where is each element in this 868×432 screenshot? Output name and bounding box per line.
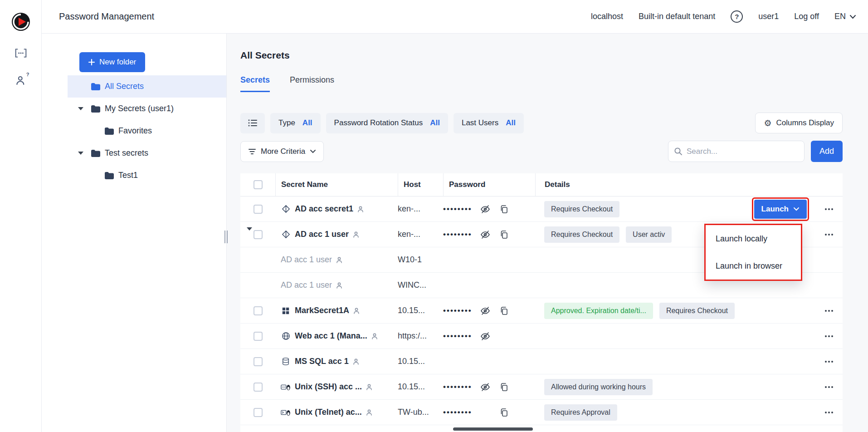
logoff-button[interactable]: Log off	[794, 12, 819, 21]
row-checkbox[interactable]	[254, 306, 263, 315]
tab-bar: Secrets Permissions	[240, 75, 334, 92]
shared-user-icon	[366, 409, 374, 416]
folder-icon	[104, 127, 114, 135]
search-input[interactable]	[687, 147, 799, 156]
filter-rotation-value: All	[430, 118, 440, 128]
filter-type[interactable]: Type All	[270, 113, 321, 133]
row-checkbox[interactable]	[254, 230, 263, 239]
sidebar-item-label: Test1	[118, 171, 138, 180]
user-help-icon[interactable]: ?	[14, 74, 28, 86]
sidebar-item-all-secrets[interactable]: All Secrets	[68, 75, 226, 98]
shared-user-icon	[336, 256, 344, 264]
tab-secrets[interactable]: Secrets	[240, 75, 270, 92]
launch-in-browser-item[interactable]: Launch in browser	[706, 252, 801, 280]
row-menu-icon[interactable]	[823, 306, 835, 315]
active-directory-icon	[281, 205, 291, 213]
collapse-caret-icon[interactable]	[75, 152, 87, 155]
row-menu-icon[interactable]	[823, 332, 835, 341]
shared-user-icon	[366, 383, 374, 391]
launch-button[interactable]: Launch	[754, 200, 807, 219]
row-checkbox[interactable]	[254, 332, 263, 341]
select-all-checkbox[interactable]	[254, 180, 263, 189]
row-menu-icon[interactable]	[823, 383, 835, 392]
annotation-launch-button: Launch	[752, 197, 809, 221]
column-header-details[interactable]: Details	[535, 173, 815, 196]
collapse-caret-icon[interactable]	[75, 107, 87, 110]
secret-name[interactable]: AD acc secret1	[295, 204, 353, 214]
secret-name[interactable]: Unix (Telnet) ac...	[295, 407, 362, 417]
row-checkbox[interactable]	[254, 357, 263, 366]
row-menu-icon[interactable]	[823, 205, 835, 214]
secret-name[interactable]: Web acc 1 (Mana...	[295, 331, 367, 341]
more-criteria-label: More Criteria	[261, 147, 305, 156]
row-menu-icon[interactable]	[823, 357, 835, 366]
column-header-password[interactable]: Password	[443, 173, 535, 196]
copy-password-icon[interactable]	[498, 229, 509, 240]
launch-locally-item[interactable]: Launch locally	[706, 225, 801, 252]
reveal-password-icon[interactable]	[480, 331, 491, 342]
secret-name[interactable]: MarkSecret1A	[295, 306, 349, 315]
list-view-button[interactable]	[240, 113, 265, 133]
secret-name[interactable]: Unix (SSH) acc ...	[295, 382, 362, 392]
row-menu-icon[interactable]	[823, 230, 835, 239]
row-expander-icon[interactable]	[247, 231, 252, 239]
row-checkbox[interactable]	[254, 205, 263, 214]
sidebar-item-favorites[interactable]: Favorites	[68, 120, 226, 142]
sidebar-item-label: Favorites	[118, 126, 152, 136]
list-icon	[248, 119, 258, 127]
row-checkbox[interactable]	[254, 408, 263, 417]
tab-permissions[interactable]: Permissions	[290, 75, 334, 92]
row-checkbox[interactable]	[254, 383, 263, 392]
filter-type-label: Type	[278, 118, 295, 128]
host-value: ken-...	[398, 204, 443, 214]
status-badge: Requires Checkout	[659, 303, 735, 319]
secrets-vault-icon[interactable]	[14, 47, 28, 59]
language-selector[interactable]: EN	[834, 12, 856, 21]
unix-ssh-icon	[281, 383, 291, 391]
reveal-password-icon[interactable]	[480, 204, 491, 215]
app-title: Password Management	[59, 11, 154, 22]
panel-resize-handle[interactable]	[224, 231, 228, 243]
horizontal-scrollbar-thumb[interactable]	[453, 427, 533, 431]
tenant-name: Built-in default tenant	[639, 12, 715, 21]
sidebar-item-test-secrets[interactable]: Test secrets	[68, 142, 226, 164]
user-menu[interactable]: user1	[758, 12, 779, 21]
more-criteria-button[interactable]: More Criteria	[240, 141, 324, 162]
column-header-host[interactable]: Host	[398, 173, 443, 196]
host-value: https:/...	[398, 331, 443, 341]
column-header-secret-name[interactable]: Secret Name	[275, 173, 398, 196]
copy-password-icon[interactable]	[498, 305, 509, 316]
table-row: Unix (SSH) acc ... 10.15... •••••••• All…	[240, 374, 843, 400]
secret-name[interactable]: AD acc 1 user	[281, 255, 332, 265]
status-badge: User activ	[626, 226, 672, 243]
row-menu-icon[interactable]	[823, 408, 835, 417]
secret-name[interactable]: AD acc 1 user	[295, 230, 349, 239]
host-value: WINC...	[398, 280, 443, 290]
question-mark-icon: ?	[26, 72, 29, 77]
sidebar-item-my-secrets[interactable]: My Secrets (user1)	[68, 98, 226, 120]
top-bar: Password Management localhost Built-in d…	[42, 0, 868, 34]
filter-rotation-status[interactable]: Password Rotation Status All	[326, 113, 448, 133]
password-mask: ••••••••	[443, 230, 472, 239]
copy-password-icon[interactable]	[498, 382, 509, 393]
filter-last-users[interactable]: Last Users All	[454, 113, 524, 133]
icon-rail: ?	[0, 0, 42, 432]
status-badge: Requires Checkout	[544, 226, 619, 243]
new-folder-button[interactable]: New folder	[79, 52, 145, 72]
secret-name[interactable]: MS SQL acc 1	[295, 357, 349, 366]
password-mask: ••••••••	[443, 205, 472, 214]
columns-display-button[interactable]: ⚙ Columns Display	[755, 113, 843, 133]
reveal-password-icon[interactable]	[480, 229, 491, 240]
host-value: 10.15...	[398, 382, 443, 392]
search-box	[668, 141, 805, 162]
help-icon[interactable]: ?	[731, 10, 743, 23]
add-button[interactable]: Add	[811, 141, 843, 162]
password-mask: ••••••••	[443, 306, 472, 315]
secret-name[interactable]: AD acc 1 user	[281, 280, 332, 290]
sidebar-item-test1[interactable]: Test1	[68, 164, 226, 187]
status-badge: Allowed during working hours	[544, 379, 653, 395]
reveal-password-icon[interactable]	[480, 305, 491, 316]
copy-password-icon[interactable]	[498, 407, 509, 418]
reveal-password-icon[interactable]	[480, 382, 491, 393]
copy-password-icon[interactable]	[498, 204, 509, 215]
